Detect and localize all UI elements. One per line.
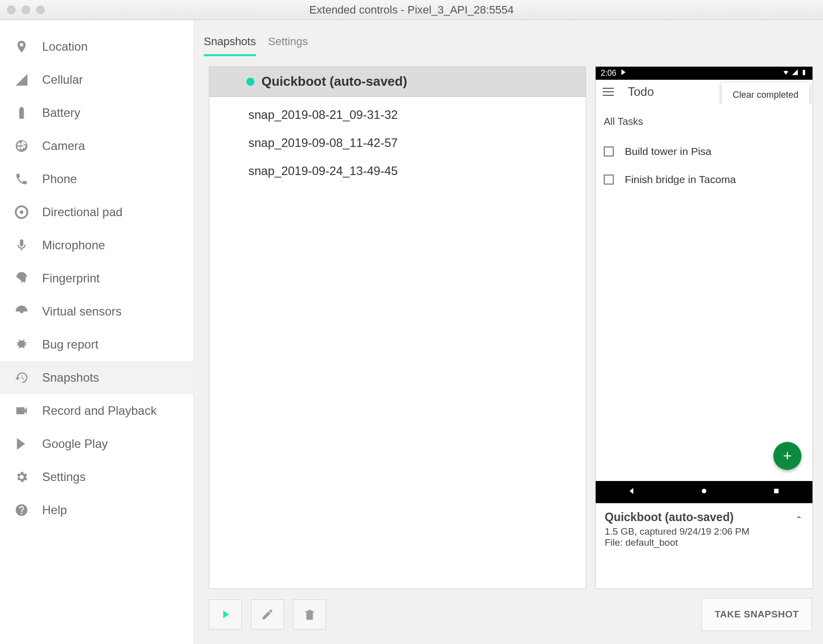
sidebar-item-label: Snapshots [42, 371, 99, 385]
tab-settings[interactable]: Settings [268, 35, 308, 56]
sidebar-item-location[interactable]: Location [0, 30, 193, 63]
details-meta: 1.5 GB, captured 9/24/19 2:06 PM [605, 526, 803, 537]
sidebar-item-directional-pad[interactable]: Directional pad [0, 196, 193, 229]
sidebar-item-battery[interactable]: Battery [0, 96, 193, 129]
svg-rect-5 [774, 489, 779, 494]
svg-rect-3 [803, 70, 805, 75]
tabs: Snapshots Settings [194, 20, 823, 56]
svg-point-4 [702, 489, 707, 494]
sidebar-item-label: Fingerprint [42, 271, 100, 285]
edit-snapshot-button[interactable] [251, 599, 284, 629]
nav-recents-icon[interactable] [772, 487, 781, 498]
task-label: Build tower in Pisa [625, 145, 712, 157]
battery-icon [14, 105, 29, 120]
snapshot-list: Quickboot (auto-saved) snap_2019-08-21_0… [209, 66, 586, 589]
sidebar-item-cellular[interactable]: Cellular [0, 63, 193, 96]
microphone-icon [14, 238, 29, 253]
sidebar-item-label: Record and Playback [42, 404, 157, 418]
sidebar: Location Cellular Battery Camera Phone D… [0, 20, 194, 644]
videocam-icon [14, 403, 29, 418]
sidebar-item-label: Camera [42, 139, 85, 153]
device-navbar [596, 481, 812, 503]
dpad-icon [14, 205, 29, 220]
tab-snapshots[interactable]: Snapshots [204, 35, 256, 56]
device-preview: 2:06 Todo Clear co [595, 66, 813, 504]
sidebar-item-google-play[interactable]: Google Play [0, 427, 193, 460]
snapshot-row[interactable]: snap_2019-09-24_13-49-45 [209, 157, 586, 185]
snapshot-list-header[interactable]: Quickboot (auto-saved) [209, 67, 586, 97]
gear-icon [14, 469, 29, 485]
snapshot-row[interactable]: snap_2019-08-21_09-31-32 [209, 101, 586, 129]
fab-add-button[interactable]: + [773, 442, 801, 470]
details-file: File: default_boot [605, 537, 803, 548]
sidebar-item-label: Cellular [42, 73, 83, 87]
fingerprint-icon [14, 271, 29, 286]
device-statusbar: 2:06 [596, 67, 812, 80]
sidebar-item-camera[interactable]: Camera [0, 129, 193, 163]
phone-icon [14, 172, 29, 187]
task-row[interactable]: Finish bridge in Tacoma [604, 166, 804, 194]
signal-icon [14, 72, 29, 87]
device-clock: 2:06 [601, 69, 616, 78]
details-title: Quickboot (auto-saved) [605, 511, 803, 524]
wifi-icon [782, 69, 789, 78]
sidebar-item-label: Battery [42, 106, 80, 120]
delete-snapshot-button[interactable] [293, 599, 326, 629]
sidebar-item-label: Location [42, 40, 88, 54]
close-window-button[interactable] [7, 6, 16, 14]
nav-home-icon[interactable] [700, 487, 709, 498]
device-appbar: Todo Clear completed Refresh [596, 80, 812, 104]
svg-point-1 [20, 211, 24, 214]
sidebar-item-bug-report[interactable]: Bug report [0, 328, 193, 361]
sidebar-item-label: Microphone [42, 238, 105, 252]
expand-details-button[interactable] [793, 512, 804, 525]
sidebar-item-record-playback[interactable]: Record and Playback [0, 394, 193, 427]
sidebar-item-label: Google Play [42, 437, 108, 451]
zoom-window-button[interactable] [36, 6, 45, 14]
location-pin-icon [14, 39, 29, 54]
svg-point-2 [21, 310, 23, 313]
take-snapshot-button[interactable]: TAKE SNAPSHOT [702, 598, 812, 631]
footer-toolbar: TAKE SNAPSHOT [194, 589, 823, 644]
device-app-body: All Tasks Build tower in Pisa Finish bri… [596, 104, 812, 481]
battery-icon [800, 69, 807, 78]
plus-icon: + [783, 447, 792, 464]
sidebar-item-label: Phone [42, 172, 77, 186]
snapshot-details: Quickboot (auto-saved) 1.5 GB, captured … [595, 504, 813, 589]
camera-aperture-icon [14, 138, 29, 153]
titlebar: Extended controls - Pixel_3_API_28:5554 [0, 0, 823, 20]
device-app-title: Todo [628, 85, 654, 99]
sidebar-item-label: Virtual sensors [42, 304, 121, 318]
checkbox-icon[interactable] [604, 146, 614, 156]
sidebar-item-label: Help [42, 503, 67, 517]
sidebar-item-fingerprint[interactable]: Fingerprint [0, 262, 193, 295]
sidebar-item-settings[interactable]: Settings [0, 460, 193, 494]
sidebar-item-phone[interactable]: Phone [0, 163, 193, 196]
nav-back-icon[interactable] [627, 487, 636, 498]
sidebar-item-snapshots[interactable]: Snapshots [0, 361, 193, 394]
device-section-title: All Tasks [604, 116, 804, 127]
sidebar-item-label: Directional pad [42, 205, 122, 219]
sidebar-item-label: Bug report [42, 338, 98, 352]
task-row[interactable]: Build tower in Pisa [604, 137, 804, 166]
snapshot-row[interactable]: snap_2019-09-08_11-42-57 [209, 129, 586, 157]
play-snapshot-button[interactable] [209, 599, 242, 629]
hamburger-menu-icon[interactable] [603, 88, 614, 96]
task-label: Finish bridge in Tacoma [625, 174, 736, 186]
signal-icon [791, 69, 798, 78]
sidebar-item-microphone[interactable]: Microphone [0, 229, 193, 262]
checkbox-icon[interactable] [604, 175, 614, 185]
sidebar-item-virtual-sensors[interactable]: Virtual sensors [0, 295, 193, 328]
snapshot-header-label: Quickboot (auto-saved) [261, 74, 407, 89]
sidebar-item-label: Settings [42, 470, 86, 484]
minimize-window-button[interactable] [22, 6, 30, 14]
help-icon [14, 503, 29, 518]
google-play-icon [14, 436, 29, 451]
sidebar-item-help[interactable]: Help [0, 494, 193, 527]
window-title: Extended controls - Pixel_3_API_28:5554 [0, 4, 823, 17]
bug-icon [14, 337, 29, 352]
active-indicator-icon [246, 78, 254, 86]
sensors-icon [14, 304, 29, 319]
play-store-icon [620, 69, 627, 78]
history-icon [14, 370, 29, 385]
